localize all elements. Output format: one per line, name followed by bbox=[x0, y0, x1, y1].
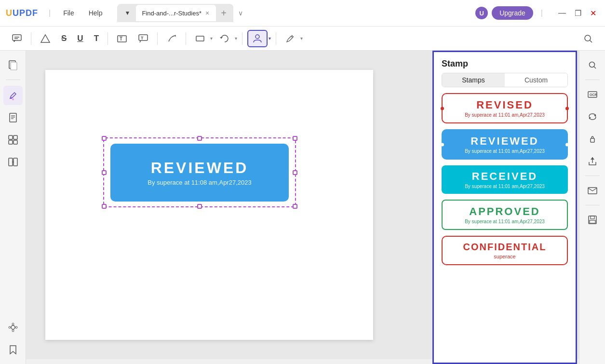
protect-icon bbox=[587, 134, 598, 144]
approved-stamp[interactable]: APPROVED By superace at 11:01 am,Apr27,2… bbox=[442, 200, 568, 230]
ink-icon bbox=[166, 33, 177, 44]
tab-more-button[interactable]: ∨ bbox=[238, 9, 243, 17]
share-icon bbox=[587, 156, 598, 166]
text-icon: T bbox=[94, 34, 99, 43]
tab-title: Find-and-...r-Studies* bbox=[142, 10, 202, 17]
handle-ml[interactable] bbox=[102, 170, 107, 175]
convert-button[interactable] bbox=[583, 107, 602, 126]
rotate-dropdown-arrow[interactable]: ▾ bbox=[235, 36, 237, 41]
handle-br[interactable] bbox=[293, 204, 297, 209]
custom-tab[interactable]: Custom bbox=[505, 73, 567, 87]
handle-tm[interactable] bbox=[197, 136, 202, 141]
textbox-button[interactable]: T bbox=[113, 31, 131, 46]
svg-point-18 bbox=[12, 98, 14, 100]
compare-icon bbox=[8, 157, 18, 167]
text-button[interactable]: T bbox=[90, 31, 103, 46]
bookmark-button[interactable] bbox=[3, 340, 23, 359]
handle-tr[interactable] bbox=[293, 136, 297, 141]
handle-bm[interactable] bbox=[197, 204, 202, 209]
stamp-button[interactable] bbox=[247, 30, 268, 47]
plugins-button[interactable] bbox=[3, 318, 23, 337]
svg-text:OCR: OCR bbox=[590, 93, 597, 96]
tab-dropdown[interactable]: ▼ bbox=[121, 7, 134, 19]
organize-button[interactable] bbox=[3, 130, 23, 149]
minimize-button[interactable]: — bbox=[555, 8, 569, 19]
strikethrough-button[interactable]: S bbox=[57, 31, 70, 46]
confidential-stamp[interactable]: CONFIDENTIAL superace bbox=[442, 236, 568, 265]
pages-icon bbox=[8, 60, 18, 70]
svg-text:T: T bbox=[141, 36, 144, 40]
svg-text:T: T bbox=[120, 36, 122, 41]
bookmarks-button[interactable] bbox=[3, 108, 23, 127]
svg-rect-28 bbox=[13, 158, 17, 166]
compare-button[interactable] bbox=[3, 152, 23, 172]
svg-rect-24 bbox=[13, 135, 17, 139]
svg-rect-26 bbox=[13, 140, 17, 144]
tab-bar: ▼ Find-and-...r-Studies* × + bbox=[117, 4, 233, 22]
sign-icon bbox=[285, 33, 296, 44]
search-right-button[interactable] bbox=[583, 55, 602, 75]
add-tab-button[interactable]: + bbox=[218, 8, 229, 19]
pages-panel-button[interactable] bbox=[3, 55, 23, 75]
handle-bl[interactable] bbox=[102, 204, 107, 209]
stamps-tab[interactable]: Stamps bbox=[442, 73, 505, 87]
rotate-icon bbox=[219, 33, 230, 44]
title-separator: | bbox=[49, 9, 51, 17]
revised-title: REVISED bbox=[450, 99, 559, 111]
reviewed-stamp[interactable]: REVIEWED By superace at 11:01 am,Apr27,2… bbox=[442, 129, 568, 160]
reviewed-dot-left bbox=[441, 143, 444, 146]
comment-button[interactable] bbox=[8, 31, 26, 46]
svg-rect-23 bbox=[9, 135, 13, 139]
file-menu[interactable]: File bbox=[58, 7, 79, 19]
rotate-button[interactable] bbox=[215, 31, 234, 46]
svg-point-35 bbox=[589, 62, 594, 67]
help-menu[interactable]: Help bbox=[84, 7, 108, 19]
upgrade-button[interactable]: Upgrade bbox=[492, 6, 533, 20]
annotate-icon bbox=[8, 90, 18, 101]
svg-rect-16 bbox=[11, 62, 17, 70]
right-sep2 bbox=[585, 175, 600, 176]
stamp-dropdown-arrow[interactable]: ▾ bbox=[269, 36, 271, 41]
sign-dropdown-arrow[interactable]: ▾ bbox=[300, 36, 303, 41]
convert-icon bbox=[587, 111, 598, 122]
save-right-button[interactable] bbox=[583, 210, 602, 229]
svg-marker-8 bbox=[175, 35, 176, 37]
ocr-button[interactable]: OCR bbox=[583, 85, 602, 104]
sign-button[interactable] bbox=[281, 31, 299, 46]
title-bar: UUPDF | File Help ▼ Find-and-...r-Studie… bbox=[0, 0, 605, 27]
search-button[interactable] bbox=[579, 31, 597, 46]
underline-button[interactable]: U bbox=[73, 31, 87, 46]
received-stamp[interactable]: RECEIVED By superace at 11:01 am,Apr27,2… bbox=[442, 165, 568, 194]
panel-container: REVIEWED By superace at 11:08 am,Apr27,2… bbox=[26, 51, 579, 364]
close-button[interactable]: ✕ bbox=[587, 8, 599, 19]
maximize-button[interactable]: ❐ bbox=[572, 8, 584, 19]
toolbar-sep2 bbox=[108, 32, 108, 45]
share-button[interactable] bbox=[583, 151, 602, 171]
protect-button[interactable] bbox=[583, 129, 602, 148]
email-button[interactable] bbox=[583, 181, 602, 200]
svg-marker-3 bbox=[41, 35, 50, 42]
svg-point-33 bbox=[9, 326, 11, 328]
svg-rect-25 bbox=[9, 140, 13, 144]
handle-tl[interactable] bbox=[102, 136, 107, 141]
user-avatar: U bbox=[475, 7, 488, 19]
search-right-icon bbox=[588, 60, 597, 70]
ink-button[interactable] bbox=[162, 31, 181, 46]
handle-mr[interactable] bbox=[293, 170, 297, 175]
highlight-button[interactable] bbox=[36, 31, 54, 46]
bookmarks-icon bbox=[8, 112, 18, 123]
svg-rect-41 bbox=[591, 138, 594, 142]
svg-point-13 bbox=[585, 35, 591, 41]
annotate-button[interactable] bbox=[3, 86, 23, 105]
tab-close-button[interactable]: × bbox=[204, 9, 210, 17]
shape-button[interactable] bbox=[191, 31, 209, 46]
toolbar-sep6 bbox=[276, 32, 276, 45]
window-controls: — ❐ ✕ bbox=[555, 8, 599, 19]
selected-stamp[interactable]: REVIEWED By superace at 11:08 am,Apr27,2… bbox=[103, 137, 296, 207]
confidential-sub: superace bbox=[450, 254, 559, 259]
callout-button[interactable]: T bbox=[134, 31, 152, 46]
revised-stamp[interactable]: REVISED By superace at 11:01 am,Apr27,20… bbox=[442, 93, 568, 123]
bookmark-icon bbox=[8, 344, 18, 355]
active-tab[interactable]: Find-and-...r-Studies* × bbox=[136, 5, 216, 21]
shape-dropdown-arrow[interactable]: ▾ bbox=[210, 36, 213, 41]
